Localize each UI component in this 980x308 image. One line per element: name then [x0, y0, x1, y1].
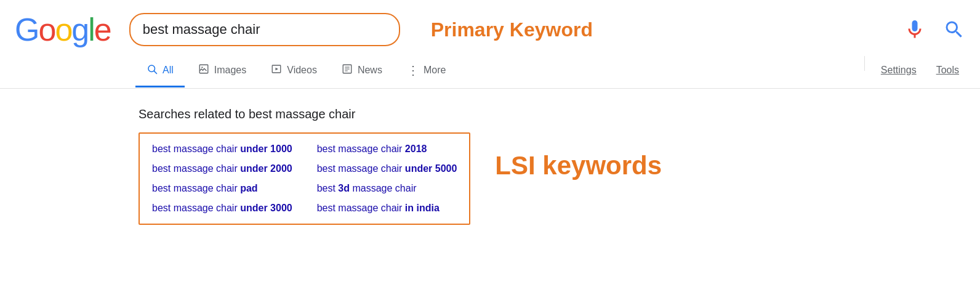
related-item-8-bold: in india: [405, 203, 440, 213]
header-right-icons: [904, 18, 965, 41]
related-item-3[interactable]: best massage chair under 2000: [152, 163, 292, 174]
search-bar-wrapper: best massage chair: [129, 13, 400, 46]
tab-images-label: Images: [214, 65, 246, 76]
svg-line-1: [154, 71, 156, 73]
related-item-4-bold: under 5000: [405, 163, 457, 174]
related-item-8-normal: best massage chair: [317, 203, 405, 213]
related-item-1-normal: best massage chair: [152, 144, 240, 154]
all-icon: [147, 63, 158, 77]
related-item-1[interactable]: best massage chair under 1000: [152, 144, 292, 155]
images-icon: [198, 63, 209, 77]
related-searches-title: Searches related to best massage chair: [139, 107, 554, 121]
svg-marker-5: [276, 68, 279, 71]
related-item-7-bold: under 3000: [240, 203, 292, 213]
tab-videos[interactable]: Videos: [260, 55, 328, 87]
related-item-3-normal: best massage chair: [152, 163, 240, 174]
related-item-6-normal2: massage chair: [350, 183, 417, 193]
main-content: Searches related to best massage chair b…: [0, 89, 554, 237]
logo-e: e: [94, 12, 111, 47]
search-button[interactable]: [943, 18, 965, 41]
settings-link[interactable]: Settings: [872, 56, 925, 86]
news-icon: [342, 63, 353, 77]
tab-images[interactable]: Images: [187, 55, 257, 87]
related-item-8[interactable]: best massage chair in india: [317, 203, 457, 214]
tab-all-label: All: [163, 65, 174, 76]
related-item-6[interactable]: best 3d massage chair: [317, 183, 457, 194]
related-item-4-normal: best massage chair: [317, 163, 405, 174]
related-item-4[interactable]: best massage chair under 5000: [317, 163, 457, 174]
more-icon: ⋮: [407, 63, 419, 78]
related-item-6-normal: best: [317, 183, 339, 193]
header: Google best massage chair Primary Keywor…: [0, 0, 980, 54]
tab-news[interactable]: News: [331, 55, 393, 87]
primary-keyword-label: Primary Keyword: [431, 18, 593, 41]
nav-right: Settings Tools: [859, 56, 980, 86]
logo-l: l: [88, 12, 94, 47]
nav-divider: [864, 56, 865, 71]
related-item-5-normal: best massage chair: [152, 183, 240, 193]
tab-all[interactable]: All: [135, 55, 185, 87]
related-item-7-normal: best massage chair: [152, 203, 240, 213]
tab-more[interactable]: ⋮ More: [396, 54, 457, 88]
logo-g: G: [15, 12, 38, 47]
google-logo: Google: [15, 11, 111, 48]
nav-tabs: All Images Videos: [0, 54, 980, 89]
related-item-2[interactable]: best massage chair 2018: [317, 144, 457, 155]
tools-link[interactable]: Tools: [928, 56, 968, 86]
logo-g2: g: [71, 12, 88, 47]
svg-point-3: [201, 67, 203, 68]
search-icon: [943, 18, 965, 41]
microphone-icon: [904, 18, 926, 41]
related-item-2-normal: best massage chair: [317, 144, 405, 154]
logo-o1: o: [38, 12, 55, 47]
microphone-button[interactable]: [904, 18, 926, 41]
tab-videos-label: Videos: [287, 65, 317, 76]
related-item-7[interactable]: best massage chair under 3000: [152, 203, 292, 214]
logo-o2: o: [55, 12, 71, 47]
related-item-5-bold: pad: [240, 183, 257, 193]
tab-news-label: News: [358, 65, 382, 76]
related-item-1-bold: under 1000: [240, 144, 292, 154]
videos-icon: [271, 63, 282, 77]
related-item-5[interactable]: best massage chair pad: [152, 183, 292, 194]
related-searches-box: best massage chair under 1000 best massa…: [139, 132, 470, 225]
related-item-6-bold: 3d: [338, 183, 350, 193]
tab-more-label: More: [424, 65, 446, 76]
lsi-section: best massage chair under 1000 best massa…: [139, 132, 554, 225]
lsi-keywords-label: LSI keywords: [495, 151, 662, 180]
related-item-2-bold: 2018: [405, 144, 427, 154]
related-item-3-bold: under 2000: [240, 163, 292, 174]
search-input[interactable]: best massage chair: [129, 13, 400, 46]
